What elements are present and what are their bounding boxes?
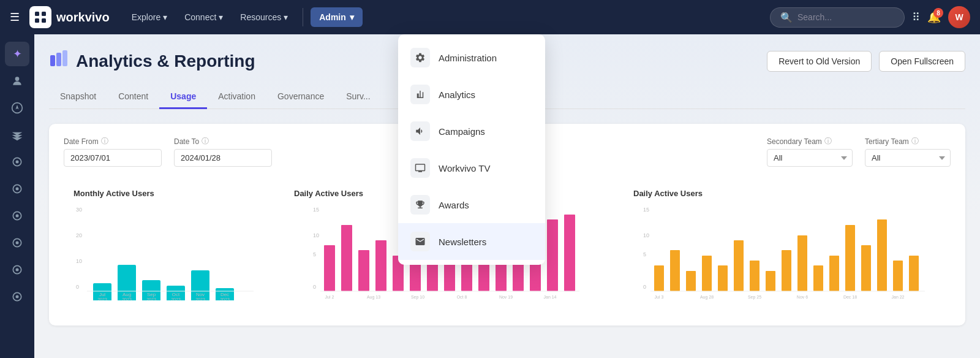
svg-text:Oct: Oct [172,292,180,297]
page-title-area: Analytics & Reporting [49,49,255,73]
explore-nav[interactable]: Explore ▾ [124,7,175,27]
svg-text:20: 20 [76,232,82,238]
tab-content[interactable]: Content [107,85,159,109]
sidebar-item-layers[interactable] [5,123,29,147]
dropdown-item-campaigns[interactable]: Campaigns [398,113,545,150]
secondary-team-group: Secondary Team ⓘ All [767,136,853,167]
svg-text:Aug 28: Aug 28 [700,295,714,300]
administration-icon [410,48,430,67]
bar-o15 [877,219,887,291]
tertiary-team-select[interactable]: All [865,149,951,167]
svg-text:2023: 2023 [122,297,132,300]
svg-point-4 [15,77,20,81]
tertiary-team-label: Tertiary Team ⓘ [865,136,951,147]
resources-nav[interactable]: Resources ▾ [233,7,295,27]
date-from-input[interactable] [64,149,162,167]
bar-o1 [654,265,664,291]
search-icon: 🔍 [780,12,793,23]
bar-o4 [702,256,712,291]
daily-active-orange-chart: Daily Active Users 15 10 5 0 [624,179,951,313]
secondary-team-select[interactable]: All [767,149,853,167]
dropdown-item-administration[interactable]: Administration [398,39,545,76]
sidebar-item-profile[interactable] [5,69,29,93]
svg-point-10 [16,188,19,191]
bar-o7 [750,261,760,291]
monthly-chart-svg: 30 20 10 0 Jul 2023 Aug 202 [74,205,262,300]
search-box[interactable]: 🔍 [770,7,905,28]
admin-nav[interactable]: Admin ▾ [311,7,363,27]
date-from-label: Date From ⓘ [64,136,162,147]
daily-orange-chart-title: Daily Active Users [633,189,941,198]
date-to-label: Date To ⓘ [174,136,272,147]
connect-nav[interactable]: Connect ▾ [177,7,230,27]
sidebar-item-a6[interactable] [5,284,29,309]
sidebar-item-a3[interactable] [5,204,29,228]
sidebar-item-a2[interactable] [5,177,29,201]
newsletters-label: Newsletters [439,237,486,247]
logo-icon [29,6,51,28]
bar-o14 [861,245,871,291]
nav-divider [303,8,303,26]
revert-button[interactable]: Revert to Old Version [767,51,872,72]
sidebar-item-a1[interactable] [5,150,29,174]
workvivo-tv-label: Workvivo TV [439,163,490,173]
tab-governance[interactable]: Governance [266,85,335,109]
explore-chevron: ▾ [163,12,167,22]
bar-o13 [845,225,855,291]
svg-rect-0 [35,12,39,16]
svg-text:15: 15 [643,207,649,213]
svg-point-8 [16,161,19,164]
svg-text:Jul 2: Jul 2 [325,295,334,299]
svg-text:Jan 22: Jan 22 [891,295,904,299]
svg-text:10: 10 [76,258,82,264]
tab-surveys[interactable]: Surv... [335,85,381,109]
svg-text:2023: 2023 [171,297,181,300]
tab-activation[interactable]: Activation [207,85,266,109]
dropdown-item-workvivo-tv[interactable]: Workvivo TV [398,150,545,186]
monthly-chart-area: 30 20 10 0 Jul 2023 Aug 202 [74,205,262,303]
tab-usage[interactable]: Usage [159,85,207,109]
page-title: Analytics & Reporting [76,51,255,71]
tab-snapshot[interactable]: Snapshot [49,85,107,109]
svg-text:Dec: Dec [221,292,229,297]
notification-bell[interactable]: 🔔 8 [927,10,941,24]
grid-icon[interactable]: ⠿ [912,10,920,24]
bar-p1 [324,245,335,291]
svg-rect-20 [56,53,61,66]
bar-o10 [797,235,807,291]
svg-rect-1 [42,12,46,16]
sidebar-item-spark[interactable]: ✦ [5,42,29,66]
fullscreen-button[interactable]: Open Fullscreen [879,51,965,72]
bar-p3 [358,250,369,291]
dropdown-item-newsletters[interactable]: Newsletters [398,223,545,260]
newsletters-icon [410,232,430,251]
sidebar-item-explore[interactable] [5,96,29,120]
dropdown-item-awards[interactable]: Awards [398,186,545,223]
svg-marker-6 [16,105,19,110]
svg-point-18 [16,295,19,299]
logo-text: workvivo [56,10,110,25]
svg-text:2023: 2023 [195,297,205,300]
date-to-input[interactable] [174,149,272,167]
sidebar-item-a5[interactable] [5,257,29,282]
svg-text:15: 15 [313,207,319,213]
administration-label: Administration [439,53,497,63]
dropdown-item-analytics[interactable]: Analytics [398,76,545,113]
bar-o16 [893,261,903,291]
campaigns-label: Campaigns [439,126,485,137]
sidebar-item-a4[interactable] [5,230,29,255]
svg-text:2023: 2023 [146,297,156,300]
search-input[interactable] [797,12,894,22]
svg-text:Nov 19: Nov 19 [499,295,513,299]
bar-p15 [564,215,575,291]
svg-text:Jan 14: Jan 14 [543,295,556,299]
page-icon [49,49,69,73]
awards-icon [410,195,430,215]
logo[interactable]: workvivo [29,6,110,28]
secondary-team-label: Secondary Team ⓘ [767,136,853,147]
avatar[interactable]: W [948,6,970,28]
bar-p2 [341,225,352,291]
date-to-info-icon: ⓘ [202,136,209,147]
bar-o8 [766,271,775,291]
hamburger-menu[interactable]: ☰ [10,10,20,24]
